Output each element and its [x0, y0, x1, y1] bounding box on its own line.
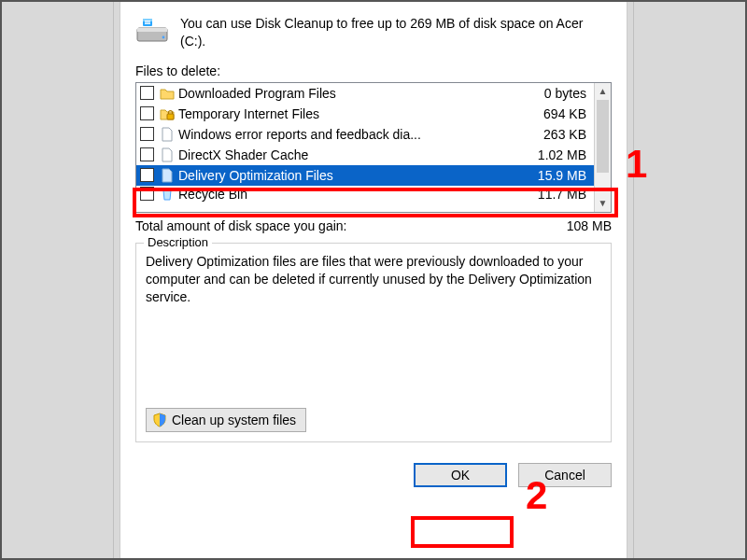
svg-rect-7	[167, 114, 174, 119]
list-item-size: 15.9 MB	[520, 168, 590, 183]
list-item-label: Recycle Bin	[178, 187, 520, 202]
scrollbar[interactable]: ▲ ▼	[594, 83, 611, 212]
description-group-label: Description	[144, 235, 212, 249]
disk-cleanup-icon	[135, 15, 169, 45]
list-item-size: 694 KB	[520, 106, 590, 121]
description-group: Description Delivery Optimization files …	[135, 243, 612, 442]
folder-icon	[160, 86, 175, 101]
scroll-down-icon[interactable]: ▼	[595, 195, 611, 212]
intro-row: You can use Disk Cleanup to free up to 2…	[135, 15, 612, 50]
clean-up-system-files-label: Clean up system files	[172, 413, 296, 427]
scroll-track[interactable]	[595, 173, 611, 195]
svg-rect-5	[145, 21, 150, 22]
file-icon	[160, 127, 175, 142]
background-left	[2, 2, 114, 558]
description-text: Delivery Optimization files are files th…	[146, 253, 601, 306]
total-label: Total amount of disk space you gain:	[135, 218, 346, 233]
list-item[interactable]: DirectX Shader Cache 1.02 MB	[136, 145, 594, 165]
checkbox[interactable]	[140, 187, 154, 201]
file-icon	[160, 168, 175, 183]
list-item-size: 11.7 MB	[520, 187, 590, 202]
checkbox[interactable]	[140, 147, 154, 161]
files-listbox[interactable]: Downloaded Program Files 0 bytes Tempora…	[135, 82, 612, 213]
clean-up-system-files-button[interactable]: Clean up system files	[146, 408, 306, 432]
checkbox[interactable]	[140, 86, 154, 100]
cancel-button-label: Cancel	[544, 468, 585, 483]
dialog-buttons: OK Cancel	[135, 463, 612, 487]
list-item[interactable]: Downloaded Program Files 0 bytes	[136, 83, 594, 104]
list-item-size: 1.02 MB	[520, 147, 590, 162]
svg-rect-8	[164, 189, 170, 190]
checkbox[interactable]	[140, 106, 154, 120]
lock-folder-icon	[160, 106, 175, 121]
list-item-label: Delivery Optimization Files	[178, 168, 520, 183]
list-item-size: 0 bytes	[520, 86, 590, 101]
list-item-label: Windows error reports and feedback dia..…	[178, 127, 520, 142]
intro-text: You can use Disk Cleanup to free up to 2…	[180, 15, 612, 50]
scroll-thumb[interactable]	[597, 100, 609, 173]
list-item-label: Temporary Internet Files	[178, 106, 520, 121]
checkbox-checked[interactable]: ✓	[140, 168, 154, 182]
list-item-label: DirectX Shader Cache	[178, 147, 520, 162]
files-list-items: Downloaded Program Files 0 bytes Tempora…	[136, 83, 594, 212]
file-icon	[160, 147, 175, 162]
ok-button[interactable]: OK	[414, 463, 507, 487]
list-item-selected[interactable]: ✓ Delivery Optimization Files 15.9 MB	[136, 165, 594, 186]
svg-rect-6	[145, 22, 150, 24]
recycle-bin-icon	[160, 187, 175, 202]
ok-button-label: OK	[451, 468, 470, 483]
list-item[interactable]: Recycle Bin 11.7 MB	[136, 186, 594, 203]
list-item-size: 263 KB	[520, 127, 590, 142]
svg-rect-1	[137, 28, 167, 32]
files-to-delete-label: Files to delete:	[135, 63, 612, 78]
total-value: 108 MB	[567, 218, 612, 233]
total-row: Total amount of disk space you gain: 108…	[135, 218, 612, 233]
checkbox[interactable]	[140, 127, 154, 141]
disk-cleanup-dialog: You can use Disk Cleanup to free up to 2…	[120, 2, 627, 558]
cancel-button[interactable]: Cancel	[518, 463, 612, 487]
shield-icon	[152, 413, 167, 427]
list-item[interactable]: Windows error reports and feedback dia..…	[136, 124, 594, 145]
svg-point-2	[162, 36, 165, 39]
list-item[interactable]: Temporary Internet Files 694 KB	[136, 104, 594, 124]
background-right	[633, 2, 745, 558]
screenshot-frame: You can use Disk Cleanup to free up to 2…	[0, 0, 747, 560]
scroll-up-icon[interactable]: ▲	[595, 83, 611, 100]
list-item-label: Downloaded Program Files	[178, 86, 520, 101]
